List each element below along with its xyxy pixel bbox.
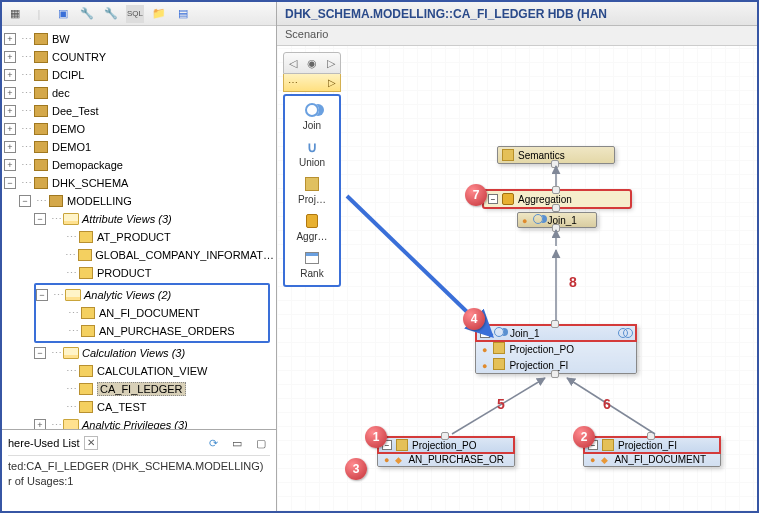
folder-open-icon	[63, 346, 79, 360]
folder-icon[interactable]: 📁	[150, 5, 168, 23]
node-projection-po-label: Projection_PO	[412, 440, 476, 451]
join-icon	[533, 214, 543, 226]
view-icon	[78, 364, 94, 378]
badge-5: 5	[497, 396, 505, 412]
view-icon	[78, 266, 94, 280]
projection-icon	[493, 358, 505, 372]
tree-item-an-purchase-orders[interactable]: ⋯AN_PURCHASE_ORDERS	[36, 322, 268, 340]
analytic-views-highlight: −⋯Analytic Views (2) ⋯AN_FI_DOCUMENT ⋯AN…	[34, 283, 270, 343]
palette-rank[interactable]: Rank	[287, 250, 337, 279]
db-icon[interactable]: ▣	[54, 5, 72, 23]
view-icon	[78, 382, 94, 396]
navigator-tree[interactable]: +⋯BW +⋯COUNTRY +⋯DCIPL +⋯dec +⋯Dee_Test …	[2, 26, 276, 429]
tree-item-an-fi-document[interactable]: ⋯AN_FI_DOCUMENT	[36, 304, 268, 322]
tree-item-modelling[interactable]: −⋯MODELLING	[4, 192, 274, 210]
folder-open-icon	[65, 288, 81, 302]
tree-item-calculation-view[interactable]: ⋯CALCULATION_VIEW	[4, 362, 274, 380]
projection-po-source: AN_PURCHASE_OR	[408, 454, 504, 465]
palette: ◁ ◉ ▷ ⋯▷ Join Union Proj… Aggr… Rank	[283, 52, 341, 287]
badge-2: 2	[573, 426, 595, 448]
view-icon	[80, 306, 96, 320]
separator-icon: |	[30, 5, 48, 23]
package-icon	[33, 68, 49, 82]
node-semantics[interactable]: Semantics	[497, 146, 615, 164]
tree-item-dhk-schema[interactable]: −⋯DHK_SCHEMA	[4, 174, 274, 192]
package-icon	[33, 86, 49, 100]
projection-icon	[301, 176, 323, 192]
tree-item-ca-test[interactable]: ⋯CA_TEST	[4, 398, 274, 416]
rank-icon	[301, 250, 323, 266]
sql-icon[interactable]: SQL	[126, 5, 144, 23]
navigator-toolbar: ▦ | ▣ 🔧 🔧 SQL 📁 ▤	[2, 2, 276, 26]
projection-icon	[602, 439, 614, 451]
join-icon	[301, 102, 323, 118]
scenario-canvas[interactable]: ◁ ◉ ▷ ⋯▷ Join Union Proj… Aggr… Rank	[277, 46, 757, 511]
tree-item-country[interactable]: +⋯COUNTRY	[4, 48, 274, 66]
palette-drawer[interactable]: ⋯▷	[283, 74, 341, 92]
node-projection-fi[interactable]: −Projection_FI AN_FI_DOCUMENT	[583, 436, 721, 467]
palette-join[interactable]: Join	[287, 102, 337, 131]
tree-item-demo1[interactable]: +⋯DEMO1	[4, 138, 274, 156]
node-join1[interactable]: −Join_1 Projection_PO Projection_FI	[475, 324, 637, 374]
node-projection-po[interactable]: −Projection_PO AN_PURCHASE_OR	[377, 436, 515, 467]
view-icon	[77, 248, 92, 262]
app-container: ▦ | ▣ 🔧 🔧 SQL 📁 ▤ +⋯BW +⋯COUNTRY +⋯DCIPL…	[0, 0, 759, 513]
tree-item-bw[interactable]: +⋯BW	[4, 30, 274, 48]
tool1-icon[interactable]: 🔧	[78, 5, 96, 23]
node-aggregation[interactable]: −Aggregation	[483, 190, 631, 208]
palette-aggregation[interactable]: Aggr…	[287, 213, 337, 242]
join1-row-po: Projection_PO	[509, 344, 573, 355]
palette-color-icon[interactable]: ◉	[305, 56, 319, 70]
overlap-icon	[618, 328, 632, 338]
editor-panel: DHK_SCHEMA.MODELLING::CA_FI_LEDGER HDB (…	[277, 2, 757, 511]
where-used-selected: ted:CA_FI_LEDGER (DHK_SCHEMA.MODELLING)	[8, 460, 270, 472]
package-icon	[33, 50, 49, 64]
tree-item-product[interactable]: ⋯PRODUCT	[4, 264, 274, 282]
tree-item-calculation-views[interactable]: −⋯Calculation Views (3)	[4, 344, 274, 362]
package-icon	[33, 176, 49, 190]
tree-item-analytic-privileges[interactable]: +⋯Analytic Privileges (3)	[4, 416, 274, 429]
tree-item-demopackage[interactable]: +⋯Demopackage	[4, 156, 274, 174]
sheet-icon[interactable]: ▤	[174, 5, 192, 23]
palette-forward-icon[interactable]: ▷	[324, 56, 338, 70]
refresh-icon[interactable]: ⟳	[204, 434, 222, 452]
tree-item-at-product[interactable]: ⋯AT_PRODUCT	[4, 228, 274, 246]
badge-8: 8	[569, 274, 577, 290]
badge-7: 7	[465, 184, 487, 206]
badge-3: 3	[345, 458, 367, 480]
palette-projection[interactable]: Proj…	[287, 176, 337, 205]
minimize-icon[interactable]: ▭	[228, 434, 246, 452]
node-join1-collapsed[interactable]: Join_1	[517, 212, 597, 228]
editor-title: DHK_SCHEMA.MODELLING::CA_FI_LEDGER HDB (…	[277, 2, 757, 26]
tree-item-global-company[interactable]: ⋯GLOBAL_COMPANY_INFORMAT…	[4, 246, 274, 264]
package-icon	[48, 194, 64, 208]
tree-item-demo[interactable]: +⋯DEMO	[4, 120, 274, 138]
tree-item-dec[interactable]: +⋯dec	[4, 84, 274, 102]
package-icon	[33, 158, 49, 172]
tree-item-analytic-views[interactable]: −⋯Analytic Views (2)	[36, 286, 268, 304]
view-icon	[80, 324, 96, 338]
close-where-used-button[interactable]: ✕	[84, 436, 98, 450]
badge-4: 4	[463, 308, 485, 330]
maximize-icon[interactable]: ▢	[252, 434, 270, 452]
palette-header: ◁ ◉ ▷	[283, 52, 341, 74]
tool2-icon[interactable]: 🔧	[102, 5, 120, 23]
node-projection-fi-label: Projection_FI	[618, 440, 677, 451]
folder-icon	[63, 418, 79, 429]
palette-union[interactable]: Union	[287, 139, 337, 168]
package-icon	[33, 122, 49, 136]
tree-item-dcipl[interactable]: +⋯DCIPL	[4, 66, 274, 84]
aggregation-icon	[301, 213, 323, 229]
folder-open-icon	[63, 212, 79, 226]
node-aggregation-label: Aggregation	[518, 194, 572, 205]
tree-item-dee-test[interactable]: +⋯Dee_Test	[4, 102, 274, 120]
projection-fi-source: AN_FI_DOCUMENT	[614, 454, 706, 465]
palette-back-icon[interactable]: ◁	[286, 56, 300, 70]
where-used-title: here-Used List	[8, 437, 80, 449]
new-icon[interactable]: ▦	[6, 5, 24, 23]
tree-item-ca-fi-ledger[interactable]: ⋯CA_FI_LEDGER	[4, 380, 274, 398]
tree-item-attribute-views[interactable]: −⋯Attribute Views (3)	[4, 210, 274, 228]
package-icon	[33, 32, 49, 46]
navigator-panel: ▦ | ▣ 🔧 🔧 SQL 📁 ▤ +⋯BW +⋯COUNTRY +⋯DCIPL…	[2, 2, 277, 511]
package-icon	[33, 104, 49, 118]
